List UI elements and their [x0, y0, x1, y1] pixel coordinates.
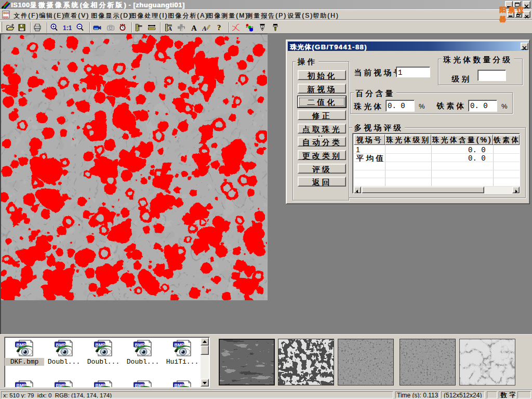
- svg-text:A: A: [202, 24, 207, 32]
- svg-text:?: ?: [217, 23, 221, 32]
- svg-text:A: A: [168, 26, 172, 32]
- svg-text:3: 3: [251, 26, 254, 29]
- svg-text:DOC: DOC: [4, 11, 10, 15]
- svg-text:1:1: 1:1: [63, 24, 72, 32]
- svg-text:A: A: [191, 24, 197, 32]
